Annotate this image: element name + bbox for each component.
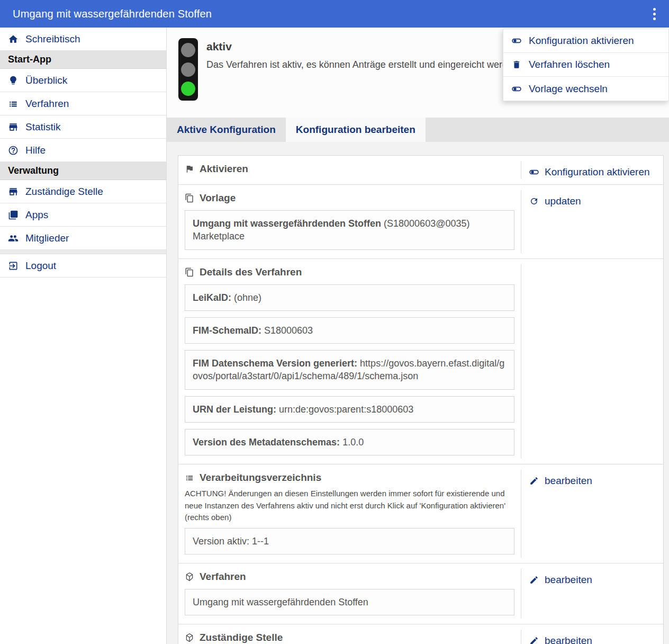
toggle-icon bbox=[529, 167, 539, 177]
detail-box-metadatenschema: Version des Metadatenschemas: 1.0.0 bbox=[185, 429, 514, 455]
menu-item-vorlage-wechseln[interactable]: Vorlage wechseln bbox=[503, 77, 668, 101]
detail-label: LeiKaID: bbox=[193, 292, 231, 303]
bearbeiten-button-zustaendige-stelle[interactable]: bearbeiten bbox=[529, 635, 592, 644]
sidebar-item-ueberblick[interactable]: Überblick bbox=[0, 69, 166, 92]
kebab-menu-icon[interactable] bbox=[647, 5, 662, 22]
section-title: Details des Verfahren bbox=[200, 266, 302, 278]
sidebar-section-label: Verwaltung bbox=[8, 165, 59, 176]
sidebar-item-apps[interactable]: Apps bbox=[0, 203, 166, 227]
status-state: aktiv bbox=[206, 40, 521, 53]
sidebar-item-label: Schreibtisch bbox=[25, 33, 80, 45]
sidebar-item-statistik[interactable]: Statistik bbox=[0, 115, 166, 139]
detail-box-leika: LeiKaID: (ohne) bbox=[185, 284, 514, 311]
sidebar-item-logout[interactable]: Logout bbox=[0, 254, 166, 278]
configuration-card: Aktivieren Konfiguration aktivieren bbox=[178, 155, 664, 644]
logout-icon bbox=[8, 261, 19, 271]
sidebar-item-mitglieder[interactable]: Mitglieder bbox=[0, 227, 166, 250]
traffic-light-icon bbox=[178, 38, 198, 101]
action-label: bearbeiten bbox=[545, 574, 592, 586]
section-vorlage: Vorlage Umgang mit wassergefährdenden St… bbox=[178, 185, 663, 259]
sidebar-item-label: Logout bbox=[25, 260, 56, 272]
verfahren-value-box: Umgang mit wassergefährdenden Stoffen bbox=[185, 589, 514, 615]
section-aktivieren: Aktivieren Konfiguration aktivieren bbox=[178, 156, 663, 185]
sidebar-item-zustaendige-stelle[interactable]: Zuständige Stelle bbox=[0, 180, 166, 203]
status-description: Das Verfahren ist aktiv, es können Anträ… bbox=[206, 59, 521, 70]
sidebar-item-label: Hilfe bbox=[25, 145, 46, 156]
list-icon bbox=[185, 473, 194, 482]
menu-item-label: Verfahren löschen bbox=[529, 59, 610, 70]
action-label: updaten bbox=[545, 195, 581, 207]
sidebar-item-hilfe[interactable]: Hilfe bbox=[0, 139, 166, 162]
package-icon bbox=[185, 633, 194, 642]
sidebar: Schreibtisch Start-App Überblick Verfahr… bbox=[0, 28, 167, 644]
lightbulb-icon bbox=[8, 75, 19, 86]
detail-label: FIM Datenschema Version generiert: bbox=[193, 358, 357, 369]
sidebar-item-label: Mitglieder bbox=[25, 232, 69, 244]
vorlage-value-box: Umgang mit wassergefährdenden Stoffen (S… bbox=[185, 210, 514, 250]
list-icon bbox=[8, 99, 19, 109]
menu-item-label: Vorlage wechseln bbox=[529, 83, 608, 95]
detail-box-urn: URN der Leistung: urn:de:govos:parent:s1… bbox=[185, 396, 514, 423]
menu-item-label: Konfiguration aktivieren bbox=[529, 35, 634, 47]
version-aktiv-box: Version aktiv: 1--1 bbox=[185, 528, 514, 554]
pencil-icon bbox=[529, 636, 539, 644]
action-label: bearbeiten bbox=[545, 635, 592, 644]
main-area: aktiv Das Verfahren ist aktiv, es können… bbox=[167, 28, 669, 644]
detail-box-fim-datenschema: FIM Datenschema Version generiert: https… bbox=[185, 350, 514, 390]
copy-icon bbox=[185, 193, 194, 203]
detail-value: urn:de:govos:parent:s18000603 bbox=[276, 404, 413, 415]
section-verfahren: Verfahren Umgang mit wassergefährdenden … bbox=[178, 564, 663, 624]
detail-value: S18000603 bbox=[261, 325, 313, 336]
app-header: Umgang mit wassergefährdenden Stoffen bbox=[0, 0, 669, 28]
sidebar-section-start-app: Start-App bbox=[0, 51, 166, 69]
sidebar-section-verwaltung: Verwaltung bbox=[0, 162, 166, 180]
traffic-light-red-off bbox=[181, 43, 195, 57]
tab-aktive-konfiguration[interactable]: Aktive Konfiguration bbox=[167, 118, 286, 142]
verarbeitungsverzeichnis-warning: ACHTUNG! Änderungen an diesen Einstellun… bbox=[185, 488, 514, 524]
detail-label: Version des Metadatenschemas: bbox=[193, 437, 340, 448]
app-title: Umgang mit wassergefährdenden Stoffen bbox=[13, 8, 647, 20]
section-title: Verfahren bbox=[200, 571, 246, 583]
copy-icon bbox=[185, 267, 194, 277]
sidebar-item-label: Zuständige Stelle bbox=[25, 186, 103, 198]
sidebar-item-schreibtisch[interactable]: Schreibtisch bbox=[0, 28, 166, 51]
section-zustaendige-stelle: Zuständige Stelle Musterstadt - Demoamt … bbox=[178, 624, 663, 644]
action-label: Konfiguration aktivieren bbox=[545, 166, 650, 178]
detail-label: FIM-SchemaID: bbox=[193, 325, 261, 336]
section-title: Aktivieren bbox=[200, 163, 248, 175]
section-title: Verarbeitungsverzeichnis bbox=[200, 472, 321, 484]
store-icon bbox=[8, 122, 19, 132]
vorlage-name: Umgang mit wassergefährdenden Stoffen bbox=[193, 218, 381, 229]
sidebar-item-label: Apps bbox=[25, 209, 48, 221]
sidebar-item-verfahren[interactable]: Verfahren bbox=[0, 92, 166, 115]
members-icon bbox=[8, 233, 19, 244]
content-area: Aktivieren Konfiguration aktivieren bbox=[167, 142, 669, 644]
help-icon bbox=[8, 145, 19, 156]
action-label: bearbeiten bbox=[545, 475, 592, 487]
tab-konfiguration-bearbeiten[interactable]: Konfiguration bearbeiten bbox=[286, 118, 426, 142]
updaten-button[interactable]: updaten bbox=[529, 195, 581, 207]
detail-value: (ohne) bbox=[231, 292, 261, 303]
traffic-light-yellow-off bbox=[181, 62, 195, 77]
toggle-icon bbox=[512, 84, 521, 94]
apps-icon bbox=[8, 210, 19, 220]
tab-bar: Aktive Konfiguration Konfiguration bearb… bbox=[167, 118, 669, 142]
section-title: Zuständige Stelle bbox=[200, 632, 283, 643]
context-dropdown-menu: Konfiguration aktivieren Verfahren lösch… bbox=[503, 29, 669, 101]
home-icon bbox=[8, 34, 19, 44]
detail-label: URN der Leistung: bbox=[193, 404, 276, 415]
traffic-light-green-on bbox=[181, 82, 195, 96]
bearbeiten-button-verfahren[interactable]: bearbeiten bbox=[529, 574, 592, 586]
konfiguration-aktivieren-button[interactable]: Konfiguration aktivieren bbox=[529, 166, 650, 178]
store-icon bbox=[8, 186, 19, 197]
sidebar-item-label: Überblick bbox=[25, 75, 67, 86]
bearbeiten-button-verarbeitungsverzeichnis[interactable]: bearbeiten bbox=[529, 475, 592, 487]
menu-item-verfahren-loeschen[interactable]: Verfahren löschen bbox=[503, 53, 668, 77]
refresh-icon bbox=[529, 196, 539, 206]
vorlage-id: (S18000603@0035) bbox=[381, 218, 469, 229]
section-details-des-verfahren: Details des Verfahren LeiKaID: (ohne) FI… bbox=[178, 259, 663, 465]
vorlage-source: Marketplace bbox=[193, 230, 507, 243]
flag-icon bbox=[185, 164, 194, 174]
detail-box-fim-schemaid: FIM-SchemaID: S18000603 bbox=[185, 317, 514, 344]
menu-item-konfiguration-aktivieren[interactable]: Konfiguration aktivieren bbox=[503, 29, 668, 53]
